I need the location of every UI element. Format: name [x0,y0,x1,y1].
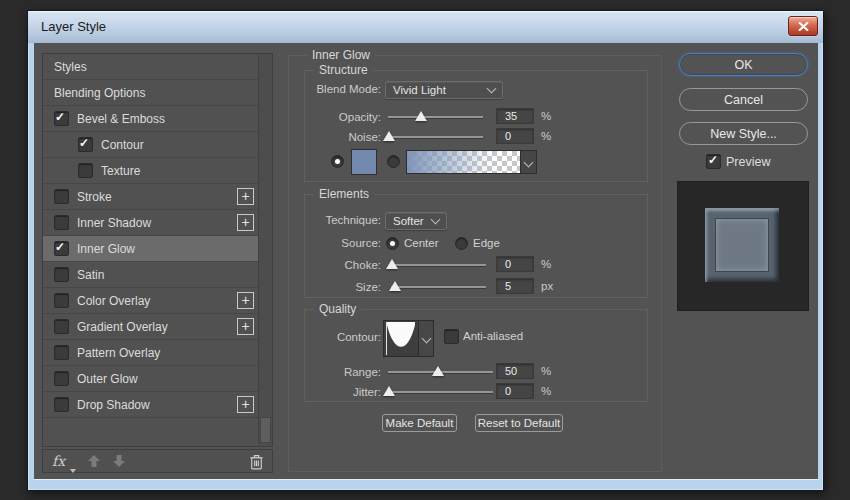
contour-picker[interactable] [383,320,419,357]
sidebar-item-styles[interactable]: Styles [43,54,259,80]
glow-gradient-picker[interactable] [406,150,522,174]
sidebar-item-blending-options[interactable]: Blending Options [43,80,259,106]
effect-checkbox[interactable] [78,163,93,178]
range-input[interactable] [496,363,534,379]
choke-slider[interactable] [391,264,486,266]
sidebar-item-inner-glow[interactable]: Inner Glow [43,236,259,262]
opacity-slider-thumb[interactable] [415,111,427,121]
sidebar-item-stroke[interactable]: Stroke+ [43,184,259,210]
effect-checkbox[interactable] [54,319,69,334]
ok-button[interactable]: OK [679,53,808,76]
sidebar-item-bevel-emboss[interactable]: Bevel & Emboss [43,106,259,132]
elements-group-title: Elements [314,187,374,201]
glow-color-swatch[interactable] [351,149,377,175]
add-effect-button[interactable]: + [237,292,254,309]
close-icon [798,22,809,31]
noise-label: Noise: [305,131,381,143]
sidebar-item-color-overlay[interactable]: Color Overlay+ [43,288,259,314]
antialiased-label: Anti-aliased [463,330,523,342]
sidebar-item-satin[interactable]: Satin [43,262,259,288]
sidebar-item-drop-shadow[interactable]: Drop Shadow+ [43,392,259,418]
sidebar-item-label: Drop Shadow [77,398,150,412]
effect-checkbox[interactable] [54,371,69,386]
blend-mode-select[interactable]: Vivid Light [385,81,503,99]
effect-checkbox[interactable] [54,293,69,308]
noise-slider[interactable] [388,136,483,138]
move-effect-down-button[interactable] [112,454,126,472]
reset-to-default-button[interactable]: Reset to Default [475,414,563,432]
effect-checkbox[interactable] [54,345,69,360]
sidebar-item-texture[interactable]: Texture [43,158,259,184]
cancel-button[interactable]: Cancel [679,88,808,111]
blend-mode-value: Vivid Light [393,84,446,96]
add-effect-button[interactable]: + [237,396,254,413]
sidebar-item-contour[interactable]: Contour [43,132,259,158]
antialiased-checkbox[interactable] [444,329,459,344]
opacity-input[interactable] [496,108,534,124]
close-button[interactable] [788,16,818,36]
choke-input[interactable] [496,256,534,272]
sidebar-item-inner-shadow[interactable]: Inner Shadow+ [43,210,259,236]
arrow-down-icon [112,454,126,468]
size-slider-thumb[interactable] [389,281,401,291]
opacity-slider[interactable] [388,116,483,118]
new-style-button[interactable]: New Style... [679,122,808,145]
effect-checkbox[interactable] [54,397,69,412]
effect-checkbox[interactable] [54,241,69,256]
sidebar-item-outer-glow[interactable]: Outer Glow [43,366,259,392]
panel-title: Inner Glow [307,48,375,62]
effect-checkbox[interactable] [54,267,69,282]
chevron-down-icon [431,215,441,225]
move-effect-up-button[interactable] [87,454,101,472]
choke-unit: % [541,258,551,270]
jitter-slider-thumb[interactable] [383,386,395,396]
structure-group-title: Structure [314,63,373,77]
sidebar-item-gradient-overlay[interactable]: Gradient Overlay+ [43,314,259,340]
add-effect-button[interactable]: + [237,188,254,205]
ok-label: OK [734,58,752,72]
source-label: Source: [305,237,381,249]
add-effect-button[interactable]: + [237,318,254,335]
noise-input[interactable] [496,128,534,144]
add-effect-button[interactable]: + [237,214,254,231]
title-bar[interactable]: Layer Style [28,11,823,43]
range-slider[interactable] [388,371,493,373]
jitter-slider[interactable] [388,391,493,393]
jitter-label: Jitter: [305,386,381,398]
fx-menu-button[interactable]: fx [52,452,74,470]
elements-group: Elements Technique: Softer Source: Cente… [304,194,648,298]
effects-list: StylesBlending OptionsBevel & EmbossCont… [42,53,273,447]
jitter-input[interactable] [496,383,534,399]
chevron-down-icon [421,334,431,344]
range-slider-thumb[interactable] [432,366,444,376]
source-edge-radio[interactable] [455,237,468,250]
size-slider[interactable] [391,286,486,288]
technique-select[interactable]: Softer [385,212,447,230]
range-unit: % [541,365,551,377]
sidebar-item-label: Inner Shadow [77,216,151,230]
scrollbar[interactable] [258,54,272,446]
sidebar-item-label: Blending Options [54,86,145,100]
source-center-radio[interactable] [386,237,399,250]
sidebar-item-pattern-overlay[interactable]: Pattern Overlay [43,340,259,366]
sidebar-item-label: Satin [77,268,104,282]
dialog-content: StylesBlending OptionsBevel & EmbossCont… [34,43,818,479]
sidebar-item-label: Contour [101,138,144,152]
preview-checkbox[interactable] [706,154,721,169]
sidebar-item-label: Inner Glow [77,242,135,256]
size-input[interactable] [496,278,534,294]
gradient-picker-arrow[interactable] [520,150,537,174]
make-default-button[interactable]: Make Default [382,414,457,432]
noise-slider-thumb[interactable] [383,131,395,141]
delete-effect-button[interactable] [249,453,264,474]
fx-icon: fx [52,453,65,469]
effect-checkbox[interactable] [54,215,69,230]
effect-checkbox[interactable] [78,137,93,152]
gradient-radio[interactable] [387,155,400,168]
solid-color-radio[interactable] [331,155,344,168]
contour-picker-arrow[interactable] [418,320,434,357]
effect-checkbox[interactable] [54,189,69,204]
effect-checkbox[interactable] [54,111,69,126]
scrollbar-thumb[interactable] [260,417,271,443]
choke-slider-thumb[interactable] [386,259,398,269]
